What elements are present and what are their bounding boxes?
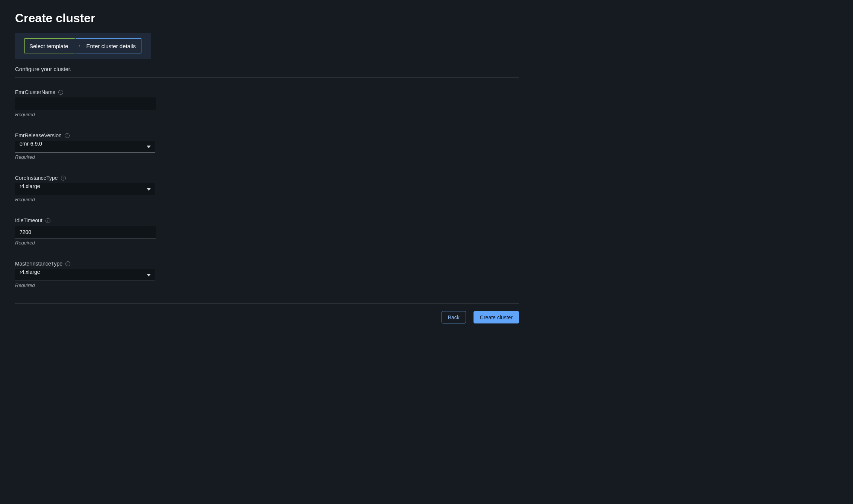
field-label: EmrReleaseVersion [15, 132, 62, 138]
info-icon[interactable]: i [46, 218, 50, 223]
field-core-instance-type: CoreInstanceType i r4.xlarge Required [15, 175, 519, 202]
field-label: CoreInstanceType [15, 175, 58, 181]
back-button[interactable]: Back [442, 311, 466, 323]
emr-cluster-name-input[interactable] [15, 97, 156, 110]
field-idle-timeout: IdleTimeout i Required [15, 217, 519, 246]
wizard-stepper: Select template Enter cluster details [15, 33, 151, 59]
info-icon[interactable]: i [65, 133, 70, 138]
field-helper: Required [15, 197, 519, 202]
footer-actions: Back Create cluster [15, 304, 519, 323]
field-master-instance-type: MasterInstanceType i r4.xlarge Required [15, 261, 519, 288]
idle-timeout-input[interactable] [15, 226, 156, 238]
master-instance-type-select[interactable]: r4.xlarge [15, 269, 155, 281]
page-title: Create cluster [15, 11, 519, 25]
info-icon[interactable]: i [58, 90, 63, 95]
step-label: Select template [29, 43, 68, 49]
info-icon[interactable]: i [65, 261, 70, 266]
field-label: EmrClusterName [15, 89, 55, 95]
info-icon[interactable]: i [61, 176, 66, 181]
field-helper: Required [15, 282, 519, 288]
step-label: Enter cluster details [86, 43, 136, 49]
core-instance-type-select[interactable]: r4.xlarge [15, 183, 155, 195]
emr-release-version-select[interactable]: emr-6.9.0 [15, 141, 155, 153]
step-enter-cluster-details[interactable]: Enter cluster details [75, 38, 141, 53]
step-select-template[interactable]: Select template [24, 38, 80, 53]
field-label: IdleTimeout [15, 217, 42, 223]
field-helper: Required [15, 154, 519, 160]
field-helper: Required [15, 240, 519, 246]
field-helper: Required [15, 112, 519, 117]
page-subtitle: Configure your cluster. [15, 66, 519, 72]
create-cluster-button[interactable]: Create cluster [474, 311, 519, 323]
field-emr-release-version: EmrReleaseVersion i emr-6.9.0 Required [15, 132, 519, 160]
field-label: MasterInstanceType [15, 261, 62, 267]
field-emr-cluster-name: EmrClusterName i Required [15, 89, 519, 117]
